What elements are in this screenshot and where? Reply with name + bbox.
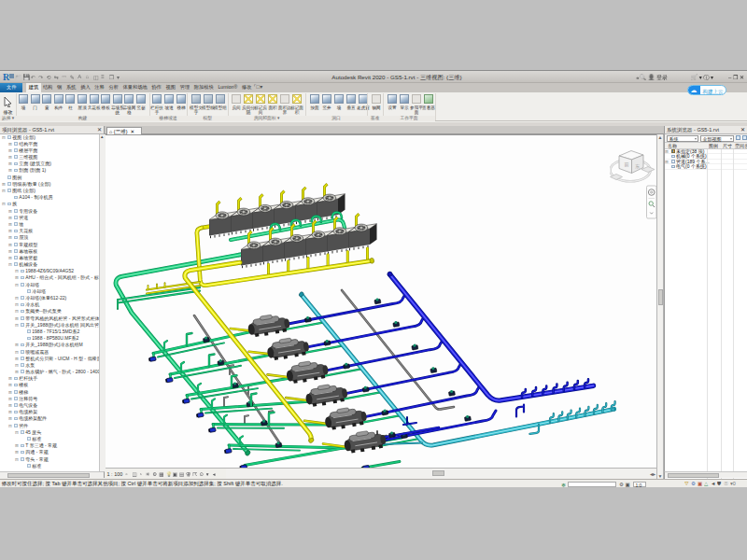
svg-text:前: 前 <box>625 161 629 166</box>
svg-text:东: 东 <box>635 162 640 168</box>
